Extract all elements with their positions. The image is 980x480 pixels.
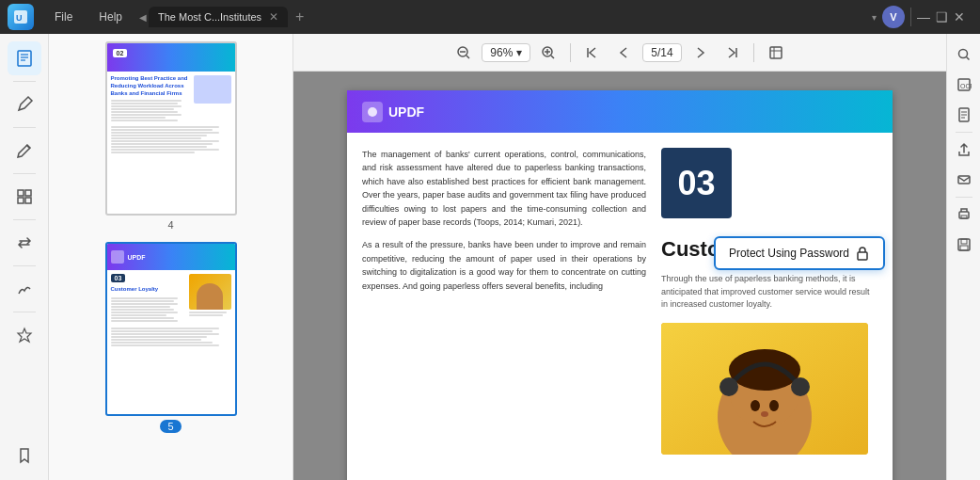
email-right-icon[interactable]	[951, 167, 977, 193]
current-page: 5	[651, 46, 657, 59]
svg-point-29	[791, 377, 810, 396]
thumbnail-page-5[interactable]: UPDF 03 Customer Loyalty	[56, 242, 285, 433]
tab-document[interactable]: The Most C...Institutes ✕	[149, 7, 288, 27]
svg-rect-8	[25, 190, 31, 196]
annotate-tool-icon[interactable]	[8, 134, 41, 168]
fit-screen-button[interactable]	[762, 39, 790, 67]
save-right-icon[interactable]	[951, 232, 977, 258]
close-button[interactable]: ✕	[954, 9, 965, 24]
tabs-overflow-button[interactable]: ▾	[872, 12, 877, 23]
svg-rect-10	[25, 198, 31, 203]
new-tab-button[interactable]: +	[290, 8, 309, 25]
toolbar: 96% ▾ 5 / 14	[293, 34, 946, 72]
pdf-brand-name: UPDF	[388, 104, 424, 120]
protect-password-button[interactable]: Protect Using Password	[714, 236, 885, 270]
pdf-paragraph-2: As a result of the pressure, banks have …	[362, 238, 646, 293]
thumb4-num: 02	[113, 49, 128, 57]
thumb5-title: Customer Loyalty	[111, 286, 185, 294]
ocr-right-icon[interactable]: OCR	[951, 72, 977, 98]
svg-rect-2	[18, 51, 31, 66]
thumb5-section-num: 03	[111, 274, 126, 282]
tab-close-button[interactable]: ✕	[269, 10, 278, 24]
svg-marker-11	[18, 328, 31, 342]
content-area: 96% ▾ 5 / 14	[293, 34, 946, 480]
help-menu[interactable]: Help	[89, 7, 132, 27]
page-content: UPDF The management of banks' current op…	[293, 72, 946, 480]
thumb5-bottom-content	[107, 326, 235, 348]
file-info-right-icon[interactable]	[951, 102, 977, 128]
search-right-icon[interactable]	[951, 41, 977, 68]
read-tool-icon[interactable]	[8, 41, 41, 75]
main-area: 02 Promoting Best Practice and Reducing …	[0, 34, 980, 480]
first-page-button[interactable]	[578, 39, 607, 67]
thumb5-body: 03 Customer Loyalty	[107, 270, 235, 326]
svg-line-13	[466, 56, 469, 58]
customer-image	[661, 323, 868, 455]
toolbar-separator-1	[570, 43, 571, 62]
pdf-body: The management of banks' current operati…	[347, 133, 893, 470]
right-sidebar-divider-1	[956, 132, 972, 133]
thumb4-body: Promoting Best Practice and Reducing Wor…	[107, 72, 235, 157]
toolbar-separator-2	[753, 43, 754, 62]
user-avatar[interactable]: V	[882, 6, 905, 28]
thumb-img-4[interactable]: 02 Promoting Best Practice and Reducing …	[105, 41, 237, 216]
prev-page-button[interactable]	[610, 39, 639, 67]
next-page-button[interactable]	[686, 39, 714, 67]
zoom-in-button[interactable]	[534, 39, 562, 67]
pdf-right-column: 03 Customer Loyalty Through the use of p…	[661, 148, 877, 455]
ai-tool-icon[interactable]	[8, 318, 41, 352]
pdf-logo-icon	[362, 102, 383, 122]
print-right-icon[interactable]	[951, 201, 977, 228]
tab-bar: ◀ The Most C...Institutes ✕ + ▾ V — ❑ ✕	[139, 6, 972, 28]
thumb4-more-lines	[111, 126, 231, 153]
svg-line-16	[551, 56, 554, 58]
thumb5-logo	[111, 250, 124, 264]
svg-point-31	[769, 400, 779, 411]
svg-point-22	[368, 107, 377, 117]
tab-dropdown-arrow[interactable]: ◀	[139, 12, 147, 23]
file-menu[interactable]: File	[45, 7, 82, 27]
svg-rect-21	[770, 47, 782, 58]
bookmark-tool-icon[interactable]	[8, 439, 41, 472]
page-display[interactable]: 5 / 14	[642, 43, 681, 62]
pdf-left-column: The management of banks' current operati…	[362, 148, 646, 455]
left-sidebar	[0, 34, 49, 480]
sidebar-divider-5	[13, 265, 36, 266]
thumb5-customer-img	[189, 274, 231, 310]
minimize-button[interactable]: —	[917, 9, 930, 24]
svg-line-35	[966, 57, 969, 60]
edit-tool-icon[interactable]	[8, 88, 41, 121]
thumb5-right	[189, 274, 231, 322]
sidebar-divider-2	[13, 127, 36, 128]
sidebar-divider-1	[13, 81, 36, 82]
sign-tool-icon[interactable]	[8, 272, 41, 306]
section-number-badge: 03	[661, 148, 732, 218]
thumb5-bottom-lines	[189, 312, 231, 316]
thumb4-header: 02	[107, 43, 235, 72]
sidebar-divider-4	[13, 219, 36, 220]
svg-point-30	[751, 400, 760, 411]
pdf-paragraph-1: The management of banks' current operati…	[362, 148, 646, 229]
last-page-button[interactable]	[718, 39, 746, 67]
right-sidebar: OCR	[946, 34, 980, 480]
section-header-area: 03	[661, 148, 877, 218]
svg-rect-7	[18, 190, 24, 196]
organize-tool-icon[interactable]	[8, 180, 41, 214]
thumbnail-page-4[interactable]: 02 Promoting Best Practice and Reducing …	[56, 41, 285, 231]
thumb4-title: Promoting Best Practice and Reducing Wor…	[111, 75, 190, 97]
pdf-header-logo: UPDF	[362, 102, 424, 122]
page-number-4: 4	[167, 219, 173, 231]
app-logo: U	[8, 4, 34, 30]
zoom-display[interactable]: 96% ▾	[482, 43, 530, 62]
protect-btn-label: Protect Using Password	[729, 247, 849, 260]
sidebar-divider-6	[13, 312, 36, 312]
thumb-img-5[interactable]: UPDF 03 Customer Loyalty	[105, 242, 237, 416]
convert-tool-icon[interactable]	[8, 226, 41, 260]
right-sidebar-divider-2	[956, 197, 972, 198]
share-right-icon[interactable]	[951, 136, 977, 163]
svg-point-27	[729, 349, 800, 391]
svg-text:U: U	[16, 13, 23, 23]
protect-lock-icon	[855, 246, 870, 261]
zoom-out-button[interactable]	[450, 39, 478, 67]
maximize-button[interactable]: ❑	[936, 9, 948, 24]
